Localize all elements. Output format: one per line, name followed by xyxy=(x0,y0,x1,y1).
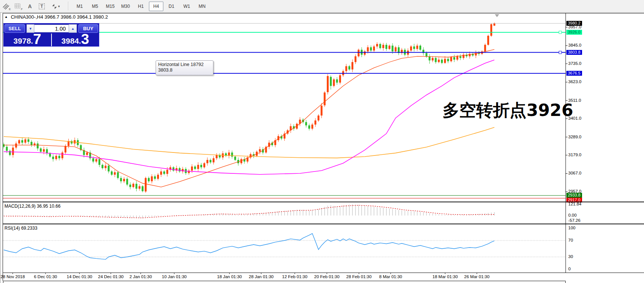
ma-fast-line xyxy=(4,50,494,187)
horizontal-line-3803-handle[interactable] xyxy=(559,51,562,54)
tooltip-line2: 3803.8 xyxy=(158,67,211,73)
macd-signal-line xyxy=(4,205,494,218)
rsi-line xyxy=(4,233,494,259)
ma-slow-line xyxy=(4,128,494,158)
chart-title: ▲ CHINA300-,H4 3966.7 3986.0 3964.1 3980… xyxy=(4,14,108,20)
candlesticks xyxy=(3,22,495,193)
tooltip-line1: Horizontal Line 18792 xyxy=(158,62,211,67)
object-tooltip: Horizontal Line 18792 3803.8 xyxy=(156,60,213,75)
sell-price-big-digit: 7 xyxy=(33,33,41,45)
rsi-label: RSI(14) 69.2333 xyxy=(4,226,37,231)
sell-price-main: 3978 xyxy=(13,37,31,45)
mt4-window: E F A T ▾ M1M5M15M30H1H4D1W1MN xyxy=(0,0,644,283)
buy-price[interactable]: 3984.3 xyxy=(52,33,99,46)
horizontal-line-3926-handle[interactable] xyxy=(559,31,562,34)
chart-annotation: 多空转折点3926 xyxy=(443,99,573,122)
one-click-trading-panel: SELL ▼ ▲ BUY 3978.7 3984.3 xyxy=(3,23,99,47)
collapse-quote-panel-icon[interactable]: ▲ xyxy=(4,15,8,19)
sell-price[interactable]: 3978.7 xyxy=(4,33,51,46)
volume-increase-button[interactable]: ▲ xyxy=(69,24,77,33)
shift-marker-icon xyxy=(495,14,499,17)
next-window-stub xyxy=(3,281,566,283)
sell-button[interactable]: SELL xyxy=(4,24,25,33)
buy-price-main: 3984 xyxy=(62,37,79,45)
macd-histogram xyxy=(4,204,494,218)
macd-label: MACD(12,26,9) 36.95 10.66 xyxy=(4,204,60,209)
chart-title-text: CHINA300-,H4 3966.7 3986.0 3964.1 3980.2 xyxy=(11,14,108,20)
buy-price-big-digit: 3 xyxy=(81,33,89,45)
